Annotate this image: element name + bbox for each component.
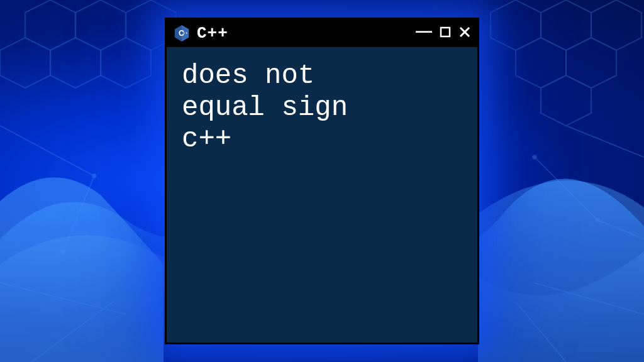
svg-line-1 <box>63 176 94 251</box>
svg-point-10 <box>596 218 599 222</box>
svg-text:+: + <box>183 31 185 35</box>
terminal-window: C + + C++ — does not equal sign c++ <box>165 18 479 344</box>
svg-point-9 <box>92 174 96 178</box>
close-button[interactable] <box>458 26 471 41</box>
svg-line-6 <box>0 283 126 314</box>
svg-point-11 <box>533 155 536 159</box>
svg-text:+: + <box>186 31 187 35</box>
minimize-button[interactable]: — <box>416 23 432 39</box>
maximize-button[interactable] <box>440 26 451 40</box>
titlebar[interactable]: C + + C++ — <box>167 19 477 47</box>
terminal-content: does not equal sign c++ <box>167 47 477 343</box>
cpp-hex-icon: C + + <box>173 25 191 42</box>
svg-line-3 <box>535 157 597 220</box>
svg-line-4 <box>597 220 644 239</box>
svg-line-0 <box>0 126 94 176</box>
window-controls: — <box>416 25 471 41</box>
svg-point-12 <box>61 250 65 253</box>
svg-line-2 <box>566 126 644 157</box>
window-title: C++ <box>197 24 409 43</box>
svg-line-7 <box>31 302 113 362</box>
svg-line-5 <box>535 283 644 314</box>
svg-rect-18 <box>441 28 450 36</box>
svg-line-8 <box>516 302 566 362</box>
